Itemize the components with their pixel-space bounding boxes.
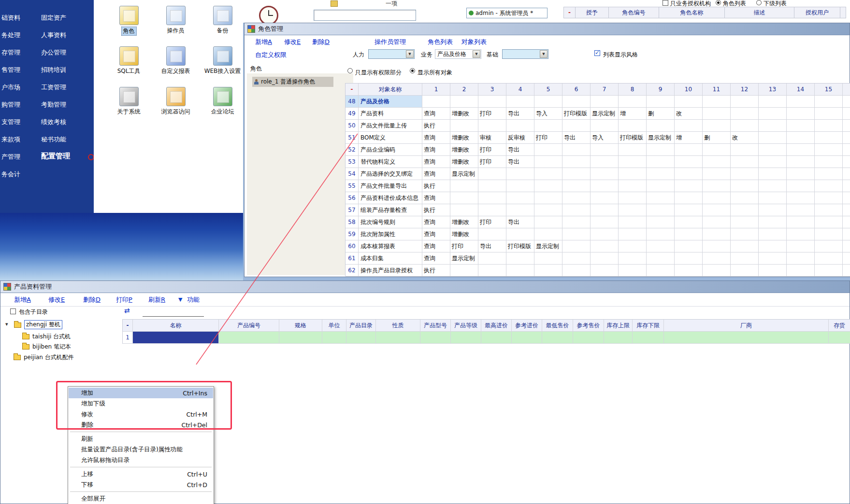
permission-cell[interactable] bbox=[675, 96, 703, 108]
object-list-button[interactable]: 对象列表 bbox=[461, 38, 487, 46]
permission-cell[interactable] bbox=[534, 265, 562, 277]
only-authorized-checkbox[interactable] bbox=[663, 0, 668, 6]
permission-cell[interactable] bbox=[647, 228, 675, 240]
permission-cell[interactable] bbox=[703, 96, 731, 108]
dropdown-arrow-icon[interactable]: ▼ bbox=[473, 50, 480, 58]
permission-cell[interactable]: 显示定制 bbox=[534, 240, 562, 252]
permission-cell[interactable] bbox=[703, 216, 731, 228]
context-menu-item[interactable]: 增加Ctrl+Ins bbox=[69, 388, 213, 398]
permission-cell[interactable] bbox=[562, 265, 591, 277]
permission-cell[interactable] bbox=[619, 144, 647, 156]
permission-cell[interactable] bbox=[731, 156, 759, 168]
permission-cell[interactable]: 删 bbox=[703, 132, 731, 144]
role-list-radio[interactable] bbox=[716, 0, 721, 5]
sidebar-item[interactable]: 务处理 bbox=[1, 30, 20, 41]
sub-list-radio[interactable] bbox=[756, 0, 762, 5]
permission-cell[interactable] bbox=[619, 180, 647, 192]
permission-cell[interactable]: 增删改 bbox=[450, 132, 478, 144]
product-column-header[interactable]: 参考进价 bbox=[512, 320, 542, 332]
context-menu-item[interactable]: 刷新 bbox=[69, 434, 213, 444]
permission-cell[interactable] bbox=[478, 204, 506, 216]
tree-item-label[interactable]: taishiji 台式机 bbox=[32, 333, 71, 341]
permission-cell[interactable] bbox=[759, 228, 787, 240]
admin-user-combobox[interactable]: admin - 系统管理员 * bbox=[466, 8, 547, 18]
permission-cell[interactable] bbox=[703, 228, 731, 240]
permission-cell[interactable] bbox=[815, 204, 843, 216]
permission-cell[interactable]: 打印 bbox=[450, 240, 478, 252]
permission-cell[interactable] bbox=[647, 192, 675, 204]
permission-cell[interactable] bbox=[731, 108, 759, 120]
permission-cell[interactable] bbox=[450, 180, 478, 192]
permission-cell[interactable] bbox=[562, 120, 591, 132]
permission-cell[interactable] bbox=[478, 228, 506, 240]
sidebar-item[interactable]: 来款项 bbox=[1, 134, 20, 145]
list-style-checkbox[interactable] bbox=[594, 50, 600, 56]
permission-cell[interactable] bbox=[619, 204, 647, 216]
permission-cell[interactable]: 导出 bbox=[506, 156, 534, 168]
object-name-cell[interactable]: 组装产品存量检查 bbox=[359, 204, 422, 216]
permission-cell[interactable] bbox=[787, 252, 815, 265]
product-cell[interactable] bbox=[346, 332, 376, 344]
permission-cell[interactable] bbox=[759, 156, 787, 168]
permission-cell[interactable] bbox=[731, 192, 759, 204]
permission-cell[interactable]: 增删改 bbox=[450, 228, 478, 240]
quick-search-field[interactable] bbox=[143, 308, 204, 317]
permission-cell[interactable] bbox=[703, 108, 731, 120]
permission-cell[interactable] bbox=[506, 192, 534, 204]
tree-item-label[interactable]: bijiben 笔记本 bbox=[32, 343, 71, 351]
product-column-header[interactable]: 参考售价 bbox=[573, 320, 604, 332]
permission-cell[interactable] bbox=[787, 265, 815, 277]
product-cell[interactable] bbox=[219, 332, 279, 344]
sidebar-item[interactable]: 务会计 bbox=[1, 169, 20, 180]
delete-button[interactable]: 删除D bbox=[312, 38, 330, 46]
permission-cell[interactable] bbox=[534, 156, 562, 168]
permission-cell[interactable] bbox=[478, 265, 506, 277]
product-cell[interactable] bbox=[279, 332, 322, 344]
permission-cell[interactable] bbox=[647, 252, 675, 265]
permission-cell[interactable] bbox=[591, 144, 619, 156]
permission-cell[interactable] bbox=[647, 265, 675, 277]
product-cell[interactable] bbox=[481, 332, 512, 344]
sidebar-item[interactable]: 支管理 bbox=[1, 117, 20, 127]
tree-item[interactable]: bijiben 笔记本 bbox=[0, 342, 121, 351]
product-cell[interactable] bbox=[829, 332, 850, 344]
tree-item[interactable]: peijian 台式机配件 bbox=[0, 352, 121, 362]
product-column-header[interactable]: 最低售价 bbox=[542, 320, 573, 332]
permission-cell[interactable] bbox=[619, 240, 647, 252]
permission-cell[interactable] bbox=[787, 120, 815, 132]
permission-cell[interactable]: 查询 bbox=[422, 192, 450, 204]
launcher-item[interactable]: 浏览器访问 bbox=[152, 87, 199, 116]
permission-cell[interactable] bbox=[787, 240, 815, 252]
permission-cell[interactable] bbox=[675, 216, 703, 228]
permission-cell[interactable] bbox=[647, 204, 675, 216]
product-cell[interactable] bbox=[376, 332, 420, 344]
permission-cell[interactable] bbox=[647, 180, 675, 192]
permission-cell[interactable] bbox=[450, 96, 478, 108]
permission-cell[interactable] bbox=[759, 120, 787, 132]
object-name-cell[interactable]: 成本归集 bbox=[359, 252, 422, 265]
permission-cell[interactable] bbox=[534, 120, 562, 132]
permission-cell[interactable]: 增删改 bbox=[450, 108, 478, 120]
product-column-header[interactable]: 库存上限 bbox=[604, 320, 633, 332]
permission-cell[interactable] bbox=[731, 265, 759, 277]
permission-cell[interactable]: 查询 bbox=[422, 168, 450, 180]
permission-cell[interactable] bbox=[815, 252, 843, 265]
permission-cell[interactable] bbox=[703, 252, 731, 265]
permission-cell[interactable] bbox=[787, 156, 815, 168]
permission-cell[interactable] bbox=[731, 228, 759, 240]
permission-cell[interactable]: 改 bbox=[675, 108, 703, 120]
permission-cell[interactable] bbox=[647, 156, 675, 168]
permission-cell[interactable] bbox=[562, 240, 591, 252]
permission-cell[interactable] bbox=[675, 228, 703, 240]
permission-cell[interactable] bbox=[759, 168, 787, 180]
permission-cell[interactable] bbox=[759, 216, 787, 228]
product-cell[interactable] bbox=[420, 332, 451, 344]
permission-cell[interactable] bbox=[450, 192, 478, 204]
context-menu-item[interactable]: 修改Ctrl+M bbox=[69, 409, 213, 420]
permission-cell[interactable] bbox=[591, 180, 619, 192]
permission-cell[interactable] bbox=[647, 168, 675, 180]
dropdown-arrow-icon[interactable]: ▼ bbox=[406, 50, 414, 58]
permission-cell[interactable] bbox=[731, 144, 759, 156]
sidebar-item[interactable]: 招聘培训 bbox=[41, 65, 66, 75]
product-column-header[interactable]: 产品等级 bbox=[451, 320, 481, 332]
